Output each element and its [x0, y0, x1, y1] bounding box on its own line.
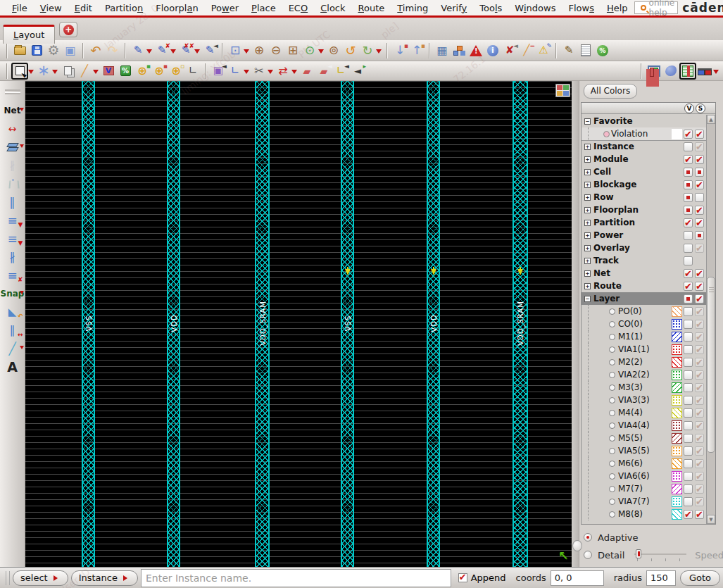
stretch-shape[interactable]: ∥↔: [1, 322, 24, 339]
delete-wire-icon[interactable]: ✎✘✘: [177, 42, 194, 59]
menu-floorplan[interactable]: Floorplan: [149, 1, 205, 15]
scroll-up-button[interactable]: ▲: [707, 115, 715, 124]
layer-row-m5(5)[interactable]: M5(5): [581, 432, 706, 444]
push-shape-icon[interactable]: ▰◄: [315, 63, 332, 80]
layer-radio[interactable]: [609, 499, 615, 505]
layer-radio[interactable]: [609, 372, 615, 378]
tree-row-row[interactable]: +Row: [581, 191, 706, 204]
selectability-checkbox[interactable]: [695, 434, 704, 443]
visibility-checkbox[interactable]: [684, 358, 693, 367]
visibility-checkbox[interactable]: [684, 383, 693, 392]
color-swatch[interactable]: [672, 458, 682, 469]
color-swatch[interactable]: [672, 370, 682, 380]
selectability-checkbox[interactable]: [695, 155, 704, 164]
selectability-checkbox[interactable]: [695, 396, 704, 405]
visibility-checkbox[interactable]: [684, 434, 693, 443]
color-swatch[interactable]: [672, 332, 682, 342]
add-tab-button[interactable]: +: [59, 22, 77, 37]
clear-ruler-icon[interactable]: ╱−: [518, 42, 535, 59]
expand-icon[interactable]: +: [584, 169, 591, 175]
pan-select-icon[interactable]: ◄▸: [349, 63, 366, 80]
redo-view-icon[interactable]: ↻: [359, 42, 376, 59]
visibility-column-button[interactable]: V: [684, 104, 694, 113]
selectability-checkbox[interactable]: [695, 497, 704, 506]
edit-wire-dropdown[interactable]: [146, 49, 152, 56]
color-swatch[interactable]: [672, 471, 682, 482]
cut-route-dropdown[interactable]: [268, 70, 273, 77]
layer-radio[interactable]: [609, 448, 615, 454]
menu-timing[interactable]: Timing: [391, 1, 434, 15]
tree-row-power[interactable]: +Power: [581, 229, 706, 242]
cut-wire-dropdown[interactable]: [170, 49, 176, 56]
layer-radio[interactable]: [609, 410, 615, 416]
expand-icon[interactable]: +: [584, 182, 591, 188]
layer-radio[interactable]: [609, 334, 615, 340]
visibility-checkbox[interactable]: [684, 345, 693, 354]
zoom-search-icon[interactable]: ⊚: [325, 42, 342, 59]
selectability-checkbox[interactable]: [695, 484, 704, 494]
color-swatch[interactable]: [672, 306, 682, 317]
color-swatch[interactable]: [672, 433, 682, 444]
tree-row-violation[interactable]: Violation: [581, 127, 706, 140]
edit-shape-icon[interactable]: ▣◄: [210, 63, 227, 80]
tree-row-floorplan[interactable]: +Floorplan: [581, 204, 706, 216]
distribute-down[interactable]: ≡▼: [1, 212, 24, 229]
measure-angle[interactable]: [1, 175, 24, 192]
menu-eco[interactable]: ECO: [282, 1, 315, 15]
layout-canvas[interactable]: ↖ VSSVDDVDD_SRAMVSSVDDVDD_SRAM: [25, 81, 572, 567]
layer-row-po(0)[interactable]: PO(0): [581, 305, 706, 318]
menu-power[interactable]: Power: [205, 1, 245, 15]
selectability-checkbox[interactable]: [695, 231, 704, 240]
tab-layout[interactable]: Layout: [3, 25, 55, 44]
add-text[interactable]: A: [1, 358, 24, 375]
visibility-checkbox[interactable]: [684, 244, 693, 253]
menu-view[interactable]: View: [34, 1, 68, 15]
expand-icon[interactable]: +: [584, 232, 591, 239]
layer-row-m8(8)[interactable]: M8(8): [581, 508, 706, 520]
visibility-checkbox[interactable]: [684, 269, 693, 278]
zoom-previous-dropdown[interactable]: [318, 49, 324, 56]
visibility-checkbox[interactable]: [684, 459, 693, 468]
visibility-checkbox[interactable]: [684, 294, 693, 304]
select-mode-button[interactable]: select: [13, 570, 68, 586]
menu-windows[interactable]: Windows: [508, 1, 562, 15]
menu-help[interactable]: Help: [601, 1, 634, 15]
selectability-column-button[interactable]: S: [696, 104, 705, 113]
scroll-down-button[interactable]: ▼: [707, 515, 715, 524]
menu-partition[interactable]: Partition: [99, 1, 149, 15]
create-wire-icon[interactable]: ∟: [184, 63, 201, 80]
color-swatch[interactable]: [672, 484, 682, 494]
physical-view-icon[interactable]: [679, 63, 696, 80]
add-selected-instances-icon[interactable]: ⊕▫: [168, 63, 184, 80]
goto-button[interactable]: Goto: [680, 570, 720, 586]
check-violations-icon[interactable]: ⚠✎: [535, 42, 552, 59]
all-colors-button[interactable]: All Colors: [584, 84, 637, 99]
color-swatch[interactable]: [672, 319, 682, 330]
visibility-checkbox[interactable]: [684, 396, 693, 405]
visibility-checkbox[interactable]: [684, 332, 693, 342]
expand-icon[interactable]: +: [584, 245, 591, 251]
rotate-shape[interactable]: ◣↶: [1, 304, 24, 320]
menu-file[interactable]: File: [6, 1, 34, 15]
copy-tool-icon[interactable]: [59, 63, 76, 80]
selectability-checkbox[interactable]: [695, 345, 704, 354]
cut-route-icon[interactable]: ✂: [251, 63, 268, 80]
stereo-view-icon[interactable]: [696, 63, 713, 80]
selectability-checkbox[interactable]: [695, 180, 704, 189]
color-grid-icon[interactable]: [555, 84, 570, 97]
layer-radio[interactable]: [609, 346, 615, 353]
expand-icon[interactable]: +: [584, 258, 591, 264]
redo-view-dropdown[interactable]: [376, 49, 382, 56]
instance-name-input[interactable]: [141, 569, 451, 587]
visibility-checkbox[interactable]: [684, 180, 693, 189]
visibility-checkbox[interactable]: [684, 130, 693, 139]
tree-row-cell[interactable]: +Cell: [581, 165, 706, 178]
delete-wire-dropdown[interactable]: [194, 49, 200, 56]
power-stripe-vdd_sram[interactable]: VDD_SRAM: [513, 81, 528, 567]
color-swatch[interactable]: [672, 509, 682, 520]
selectability-checkbox[interactable]: [695, 130, 704, 139]
edit-message-icon[interactable]: ✎: [560, 42, 577, 59]
edit-wire-icon[interactable]: ✎: [130, 42, 146, 59]
tree-row-instance[interactable]: +Instance: [581, 140, 706, 153]
selectability-checkbox[interactable]: [695, 472, 704, 481]
